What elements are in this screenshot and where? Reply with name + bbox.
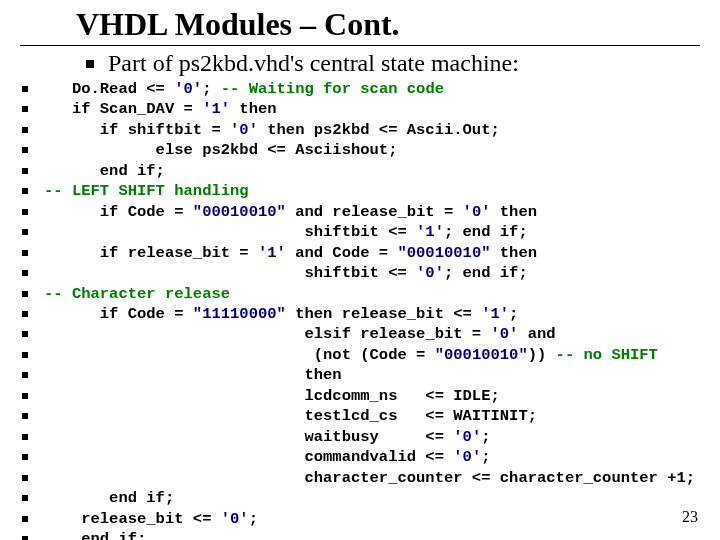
slide: VHDL Modules – Cont. Part of ps2kbd.vhd'…	[0, 0, 720, 540]
code-line: release_bit <= '0';	[22, 509, 700, 529]
square-bullet-icon	[22, 147, 28, 153]
code-line: (not (Code = "00010010")) -- no SHIFT	[22, 345, 700, 365]
code-line: end if;	[22, 488, 700, 508]
square-bullet-icon	[22, 475, 28, 481]
code-text: -- Character release	[44, 284, 230, 304]
code-text: testlcd_cs <= WAITINIT;	[44, 406, 537, 426]
square-bullet-icon	[22, 127, 28, 133]
square-bullet-icon	[22, 106, 28, 112]
square-bullet-icon	[22, 352, 28, 358]
square-bullet-icon	[22, 516, 28, 522]
code-line: elsif release_bit = '0' and	[22, 324, 700, 344]
code-text: -- LEFT SHIFT handling	[44, 181, 249, 201]
square-bullet-icon	[22, 434, 28, 440]
code-line: if Scan_DAV = '1' then	[22, 99, 700, 119]
code-text: end if;	[44, 488, 174, 508]
subtitle: Part of ps2kbd.vhd's central state machi…	[108, 50, 519, 77]
code-text: if Code = "11110000" then release_bit <=…	[44, 304, 518, 324]
code-text: end if;	[44, 161, 165, 181]
square-bullet-icon	[22, 311, 28, 317]
code-text: if release_bit = '1' and Code = "0001001…	[44, 243, 537, 263]
square-bullet-icon	[22, 209, 28, 215]
code-line: -- Character release	[22, 284, 700, 304]
code-text: if Scan_DAV = '1' then	[44, 99, 277, 119]
square-bullet-icon	[22, 393, 28, 399]
code-line: if release_bit = '1' and Code = "0001001…	[22, 243, 700, 263]
code-text: shiftbit <= '0'; end if;	[44, 263, 528, 283]
code-line: if shiftbit = '0' then ps2kbd <= Ascii.O…	[22, 120, 700, 140]
square-bullet-icon	[22, 188, 28, 194]
square-bullet-icon	[22, 331, 28, 337]
code-line: else ps2kbd <= Asciishout;	[22, 140, 700, 160]
square-bullet-icon	[22, 413, 28, 419]
code-line: Do.Read <= '0'; -- Waiting for scan code	[22, 79, 700, 99]
title-rule	[20, 45, 700, 46]
code-line: then	[22, 365, 700, 385]
code-line: commandvalid <= '0';	[22, 447, 700, 467]
square-bullet-icon	[22, 270, 28, 276]
square-bullet-icon	[22, 536, 28, 540]
code-text: release_bit <= '0';	[44, 509, 258, 529]
square-bullet-icon	[22, 495, 28, 501]
code-text: then	[44, 365, 342, 385]
code-line: end if;	[22, 161, 700, 181]
code-line: testlcd_cs <= WAITINIT;	[22, 406, 700, 426]
page-number: 23	[682, 508, 698, 526]
slide-title: VHDL Modules – Cont.	[76, 6, 700, 43]
square-bullet-icon	[22, 86, 28, 92]
code-text: shiftbit <= '1'; end if;	[44, 222, 528, 242]
code-line: shiftbit <= '1'; end if;	[22, 222, 700, 242]
code-line: if Code = "11110000" then release_bit <=…	[22, 304, 700, 324]
code-line: end if;	[22, 529, 700, 540]
code-line: character_counter <= character_counter +…	[22, 468, 700, 488]
subtitle-row: Part of ps2kbd.vhd's central state machi…	[86, 50, 700, 77]
code-line: if Code = "00010010" and release_bit = '…	[22, 202, 700, 222]
code-line: lcdcomm_ns <= IDLE;	[22, 386, 700, 406]
square-bullet-icon	[22, 454, 28, 460]
code-text: else ps2kbd <= Asciishout;	[44, 140, 397, 160]
square-bullet-icon	[22, 229, 28, 235]
code-text: if shiftbit = '0' then ps2kbd <= Ascii.O…	[44, 120, 500, 140]
code-line: waitbusy <= '0';	[22, 427, 700, 447]
code-text: commandvalid <= '0';	[44, 447, 491, 467]
square-bullet-icon	[22, 168, 28, 174]
code-text: if Code = "00010010" and release_bit = '…	[44, 202, 537, 222]
code-text: (not (Code = "00010010")) -- no SHIFT	[44, 345, 658, 365]
code-block: Do.Read <= '0'; -- Waiting for scan code…	[22, 79, 700, 540]
code-text: character_counter <= character_counter +…	[44, 468, 695, 488]
code-text: end if;	[44, 529, 146, 540]
code-text: lcdcomm_ns <= IDLE;	[44, 386, 500, 406]
code-text: waitbusy <= '0';	[44, 427, 491, 447]
code-text: Do.Read <= '0'; -- Waiting for scan code	[44, 79, 444, 99]
square-bullet-icon	[22, 291, 28, 297]
square-bullet-icon	[22, 250, 28, 256]
square-bullet-icon	[22, 372, 28, 378]
code-line: shiftbit <= '0'; end if;	[22, 263, 700, 283]
code-line: -- LEFT SHIFT handling	[22, 181, 700, 201]
code-text: elsif release_bit = '0' and	[44, 324, 556, 344]
square-bullet-icon	[86, 60, 94, 68]
